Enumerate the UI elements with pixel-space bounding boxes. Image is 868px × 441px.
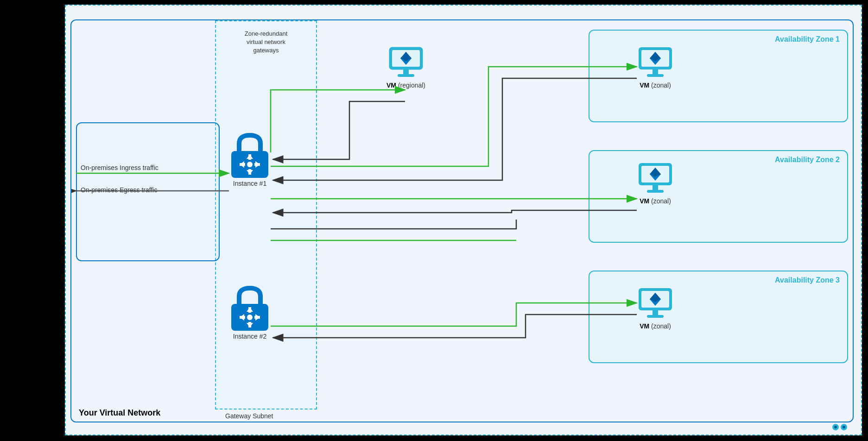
svg-point-56 bbox=[843, 426, 845, 428]
nav-dots-svg bbox=[831, 422, 854, 432]
gateway-subnet-label: Gateway Subnet bbox=[225, 412, 273, 420]
instance2-label: Instance #2 bbox=[233, 333, 266, 340]
vm-az1-label: VM (zonal) bbox=[640, 82, 671, 89]
svg-rect-3 bbox=[248, 154, 251, 160]
svg-point-11 bbox=[247, 315, 253, 320]
svg-rect-17 bbox=[240, 316, 245, 319]
svg-point-1 bbox=[247, 162, 253, 167]
nav-dots[interactable] bbox=[831, 422, 854, 432]
svg-rect-5 bbox=[248, 169, 251, 175]
instance1-icon: Instance #1 bbox=[229, 132, 271, 187]
svg-rect-47 bbox=[647, 315, 664, 318]
svg-rect-46 bbox=[653, 310, 658, 315]
ingress-traffic-label: On-premises Ingress traffic bbox=[81, 164, 158, 171]
svg-rect-40 bbox=[647, 190, 664, 193]
svg-rect-9 bbox=[254, 163, 260, 166]
svg-rect-26 bbox=[398, 74, 414, 77]
zone-redundant-label: Zone-redundant virtual network gateways bbox=[224, 30, 308, 55]
az2-title: Availability Zone 2 bbox=[775, 156, 840, 164]
vnet-label: Your Virtual Network bbox=[79, 408, 160, 418]
vm-az3-label: VM (zonal) bbox=[640, 322, 671, 330]
vm-az3-icon: VM (zonal) bbox=[637, 284, 674, 330]
az2-box: Availability Zone 2 bbox=[589, 150, 848, 243]
vm-az3-svg bbox=[637, 284, 674, 321]
svg-point-55 bbox=[834, 426, 837, 428]
svg-rect-13 bbox=[248, 307, 251, 313]
az3-box: Availability Zone 3 bbox=[589, 271, 848, 363]
svg-rect-19 bbox=[254, 316, 260, 319]
vm-az2-label: VM (zonal) bbox=[640, 197, 671, 205]
vm-az1-svg bbox=[637, 44, 674, 81]
svg-rect-7 bbox=[240, 163, 245, 166]
az1-box: Availability Zone 1 bbox=[589, 30, 848, 122]
vm-regional-icon: VM (regional) bbox=[386, 44, 425, 89]
svg-rect-15 bbox=[248, 322, 251, 328]
svg-rect-32 bbox=[653, 69, 658, 74]
vm-az2-icon: VM (zonal) bbox=[637, 159, 674, 205]
instance2-lock-svg bbox=[229, 284, 271, 331]
vm-regional-label: VM (regional) bbox=[386, 82, 425, 89]
instance1-lock-svg bbox=[229, 132, 271, 178]
instance1-label: Instance #1 bbox=[233, 180, 266, 187]
az3-title: Availability Zone 3 bbox=[775, 276, 840, 284]
vm-az2-svg bbox=[637, 159, 674, 196]
svg-rect-39 bbox=[653, 185, 658, 190]
gateway-subnet: Gateway Subnet bbox=[215, 20, 317, 410]
svg-rect-25 bbox=[403, 69, 409, 74]
vm-az1-icon: VM (zonal) bbox=[637, 44, 674, 89]
vm-regional-svg bbox=[387, 44, 424, 81]
egress-traffic-label: On-premises Egress traffic bbox=[81, 186, 157, 194]
svg-rect-33 bbox=[647, 74, 664, 77]
az1-title: Availability Zone 1 bbox=[775, 35, 840, 44]
vnet-box: Gateway Subnet Zone-redundant virtual ne… bbox=[70, 19, 854, 422]
instance2-icon: Instance #2 bbox=[229, 284, 271, 340]
diagram-area: Gateway Subnet Zone-redundant virtual ne… bbox=[65, 5, 862, 435]
